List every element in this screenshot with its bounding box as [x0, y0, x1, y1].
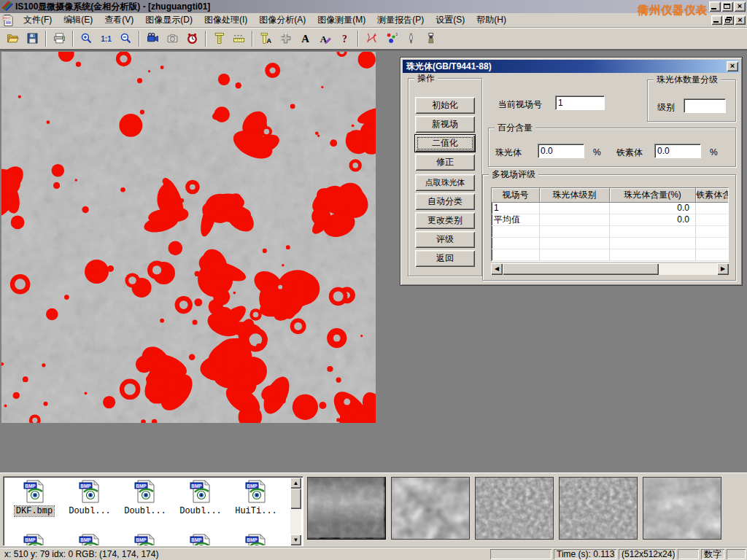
maximize-button[interactable] [721, 1, 733, 12]
mdi-close-button[interactable]: × [735, 15, 746, 25]
ferrite-unit: % [710, 147, 718, 158]
menu-item-view[interactable]: 查看(V) [98, 15, 139, 25]
print-button[interactable] [50, 29, 69, 48]
dialog-close-icon[interactable]: × [727, 61, 738, 71]
close-button[interactable]: × [734, 1, 746, 12]
table-row[interactable] [492, 238, 728, 249]
filelist-vertical-scrollbar[interactable]: ▲ ▼ [290, 478, 302, 545]
file-item[interactable]: BMP Doubl... [119, 480, 171, 516]
op-button-3[interactable]: 二值化 [415, 135, 475, 152]
op-button-4[interactable]: 修正 [415, 154, 475, 171]
menu-item-edit[interactable]: 编辑(E) [58, 15, 98, 25]
file-item[interactable]: BMP [63, 534, 116, 546]
scroll-down-icon[interactable]: ▼ [290, 534, 301, 545]
op-button-8[interactable]: 评级 [415, 231, 475, 248]
micrograph-thumbnail-4[interactable] [559, 477, 638, 540]
svg-text:BMP: BMP [25, 537, 36, 542]
particles-button[interactable]: 3 [382, 29, 401, 48]
file-item[interactable]: BMP Doubl... [174, 480, 227, 516]
ruler-button[interactable] [229, 29, 249, 48]
table-horizontal-scrollbar[interactable]: ◀ ▶ [491, 263, 729, 275]
multi-field-table[interactable]: 视场号珠光体级别珠光体含量(%)铁素体含量(%) 10.0平均值0.0 [491, 187, 729, 262]
document-icon[interactable]: DOC [2, 14, 15, 26]
zoom-out-button[interactable] [116, 29, 136, 48]
table-cell [540, 238, 610, 249]
table-row[interactable]: 平均值0.0 [492, 214, 728, 226]
menu-item-image-measure[interactable]: 图像测量(M) [311, 15, 371, 25]
svg-text:BMP: BMP [25, 483, 36, 489]
micrograph-image[interactable] [1, 52, 376, 423]
bottom-panel: ▲ ▼ BMP DKF.bmp BMP Doubl... BMP Doubl..… [0, 472, 747, 547]
minimize-button[interactable] [709, 1, 721, 12]
mdi-restore-button[interactable] [723, 15, 734, 25]
menu-item-file[interactable]: 文件(F) [18, 15, 58, 25]
file-item[interactable]: BMP [119, 534, 171, 546]
column-header: 珠光体含量(%) [610, 188, 696, 203]
save-button[interactable] [23, 29, 42, 48]
mdi-minimize-button[interactable] [711, 15, 722, 25]
micrograph-thumbnail-1[interactable] [307, 477, 386, 540]
file-item[interactable]: BMP [174, 534, 227, 546]
menu-item-image-process[interactable]: 图像处理(I) [198, 15, 253, 25]
scroll-left-icon[interactable]: ◀ [491, 263, 503, 275]
curve-button[interactable] [362, 29, 382, 48]
current-field-input[interactable] [555, 96, 605, 110]
file-name: Doubl... [67, 506, 112, 516]
svg-text:A: A [266, 37, 271, 44]
file-list[interactable]: ▲ ▼ BMP DKF.bmp BMP Doubl... BMP Doubl..… [3, 476, 303, 546]
scroll-up-icon[interactable]: ▲ [290, 478, 301, 489]
brush-button[interactable] [421, 29, 441, 48]
column-header: 珠光体级别 [540, 188, 610, 203]
level-label: 级别 [657, 101, 675, 113]
menu-item-image-display[interactable]: 图像显示(D) [139, 15, 198, 25]
grid-cross-button[interactable] [276, 29, 295, 48]
file-item[interactable]: BMP [8, 534, 61, 546]
op-button-9[interactable]: 返回 [415, 250, 475, 267]
scrollbar-thumb[interactable] [503, 263, 659, 275]
measure-text-button[interactable]: A [256, 29, 276, 48]
table-cell: 0.0 [610, 203, 696, 214]
level-input[interactable] [684, 98, 726, 113]
micrograph-thumbnail-2[interactable] [391, 477, 470, 540]
op-button-7[interactable]: 更改类别 [415, 212, 475, 229]
menu-item-settings[interactable]: 设置(S) [430, 15, 471, 25]
caliper-button[interactable] [209, 29, 229, 48]
op-button-5[interactable]: 点取珠光体 [415, 174, 475, 191]
text-button[interactable]: A [295, 29, 315, 48]
file-item[interactable]: BMP HuiTi... [230, 480, 282, 516]
cursor-position-readout: x: 510 y: 79 idx: 0 RGB: (174, 174, 174) [1, 549, 487, 559]
menu-item-image-analysis[interactable]: 图像分析(A) [253, 15, 311, 25]
video-camera-button[interactable] [143, 29, 163, 48]
open-button[interactable] [3, 29, 23, 48]
op-button-2[interactable]: 新视场 [415, 116, 475, 133]
dialog-title-bar[interactable]: 珠光体(GB/T9441-88) [403, 60, 740, 73]
menu-item-measure-report[interactable]: 测量报告(P) [371, 15, 430, 25]
toolbar-separator [357, 31, 359, 47]
pen-button[interactable] [401, 29, 421, 48]
svg-text:BMP: BMP [80, 483, 91, 489]
file-item[interactable]: BMP Doubl... [63, 480, 116, 516]
table-cell [540, 214, 610, 226]
scroll-right-icon[interactable]: ▶ [717, 263, 729, 275]
zoom-in-button[interactable] [77, 29, 96, 48]
file-item[interactable]: BMP [230, 534, 282, 546]
table-row[interactable] [492, 249, 728, 261]
menu-item-help[interactable]: 帮助(H) [471, 15, 512, 25]
actual-size-button[interactable]: 1:1 [96, 29, 116, 48]
op-button-6[interactable]: 自动分类 [415, 193, 475, 210]
micrograph-thumbnail-5[interactable] [643, 477, 721, 540]
text-edit-button[interactable]: A [315, 29, 335, 48]
clock-button[interactable] [182, 29, 202, 48]
op-button-1[interactable]: 初始化 [415, 97, 475, 114]
help-button[interactable]: ? [335, 29, 355, 48]
table-cell [696, 226, 729, 238]
table-row[interactable] [492, 226, 728, 238]
file-item[interactable]: BMP DKF.bmp [8, 480, 61, 516]
scrollbar-thumb[interactable] [290, 489, 301, 509]
camera-button[interactable] [163, 29, 182, 48]
pearlite-percent-input[interactable] [538, 144, 584, 158]
file-name: HuiTi... [233, 506, 279, 516]
ferrite-percent-input[interactable] [654, 144, 701, 158]
micrograph-thumbnail-3[interactable] [475, 477, 554, 540]
table-row[interactable]: 10.0 [492, 203, 728, 214]
